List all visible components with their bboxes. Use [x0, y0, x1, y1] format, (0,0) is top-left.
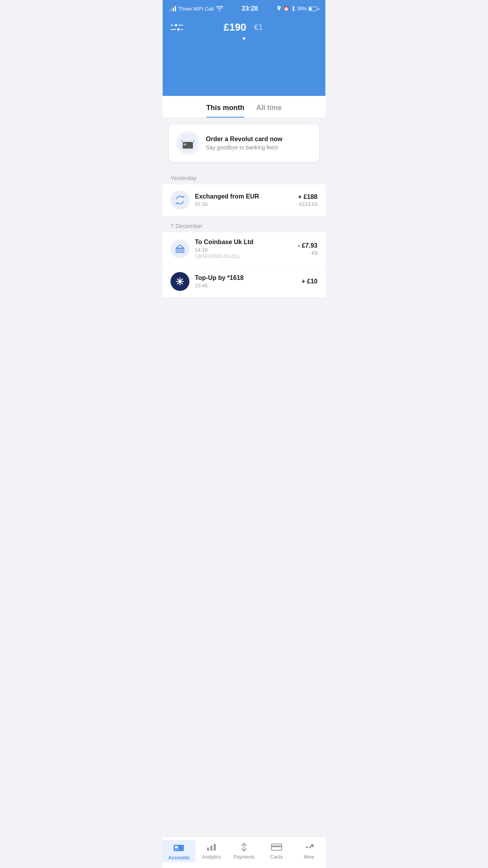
tx-title-topup: Top-Up by *1618 [195, 274, 296, 281]
tx-primary-amount: + £188 [296, 193, 317, 200]
transaction-amount-coinbase: - £7.93 - €9 [298, 242, 317, 256]
transaction-info: Exchanged from EUR 07:30 [195, 193, 290, 207]
transaction-info-topup: Top-Up by *1618 13:45 [195, 274, 296, 289]
time-display: 23:28 [242, 5, 258, 12]
bluetooth-icon [291, 6, 295, 11]
tx-time: 07:30 [195, 201, 290, 207]
bank-icon-circle [171, 239, 189, 258]
topup-icon-circle [171, 272, 189, 291]
promo-subtitle: Say goodbye to banking fees! [206, 144, 283, 151]
header-controls: £190 €1 [171, 21, 317, 33]
status-right: ⏰ 36% [277, 6, 319, 11]
tab-all-time[interactable]: All time [256, 104, 282, 118]
balance-gbp: £190 [224, 21, 246, 33]
tx-time-topup: 13:45 [195, 283, 296, 289]
balance-indicator [171, 37, 317, 40]
tx-primary-topup: + £10 [302, 278, 317, 285]
tx-time-coinbase: 14:18 [195, 247, 292, 253]
transaction-amount: + £188 - €213.03 [296, 193, 317, 207]
promo-card[interactable]: Order a Revolut card now Say goodbye to … [169, 124, 319, 162]
balance-eur: €1 [254, 23, 263, 32]
svg-rect-6 [177, 249, 178, 252]
transaction-row-coinbase[interactable]: To Coinbase Uk Ltd 14:18 CBAEURSDLOGZOL … [163, 232, 325, 265]
balance-display: £190 €1 [224, 21, 263, 33]
carrier-label: Three WiFi Call [178, 6, 214, 12]
tx-secondary-amount: - €213.03 [296, 201, 317, 207]
exchange-icon-circle [171, 191, 189, 210]
promo-title: Order a Revolut card now [206, 136, 283, 143]
tx-title: Exchanged from EUR [195, 193, 290, 200]
svg-rect-8 [182, 249, 183, 252]
svg-rect-2 [183, 143, 186, 145]
transaction-info-coinbase: To Coinbase Uk Ltd 14:18 CBAEURSDLOGZOL [195, 239, 292, 259]
tab-row: This month All time [163, 96, 325, 118]
transaction-row[interactable]: Exchanged from EUR 07:30 + £188 - €213.0… [163, 184, 325, 216]
location-icon [277, 6, 281, 11]
signal-icon [169, 6, 176, 11]
transaction-row-topup[interactable]: Top-Up by *1618 13:45 + £10 [163, 266, 325, 297]
alarm-icon: ⏰ [283, 6, 289, 11]
tx-ref-coinbase: CBAEURSDLOGZOL [195, 254, 292, 259]
filter-button[interactable] [171, 24, 183, 31]
battery-icon [308, 7, 319, 11]
svg-rect-7 [180, 249, 181, 252]
status-bar: Three WiFi Call 23:28 ⏰ 36% [163, 0, 325, 17]
tab-this-month[interactable]: This month [206, 104, 244, 118]
tx-title-coinbase: To Coinbase Uk Ltd [195, 239, 292, 246]
promo-text: Order a Revolut card now Say goodbye to … [206, 136, 283, 151]
battery-percent: 36% [297, 6, 306, 11]
tx-secondary-coinbase: - €9 [298, 250, 317, 256]
tx-primary-coinbase: - £7.93 [298, 242, 317, 249]
transaction-amount-topup: + £10 [302, 278, 317, 285]
section-label-yesterday: Yesterday [163, 168, 325, 184]
section-label-7dec: 7 December [163, 216, 325, 232]
svg-marker-9 [176, 245, 184, 248]
promo-card-icon [176, 131, 200, 155]
wifi-icon [216, 6, 223, 11]
status-left: Three WiFi Call [169, 6, 223, 12]
header-section: £190 €1 [163, 17, 325, 96]
